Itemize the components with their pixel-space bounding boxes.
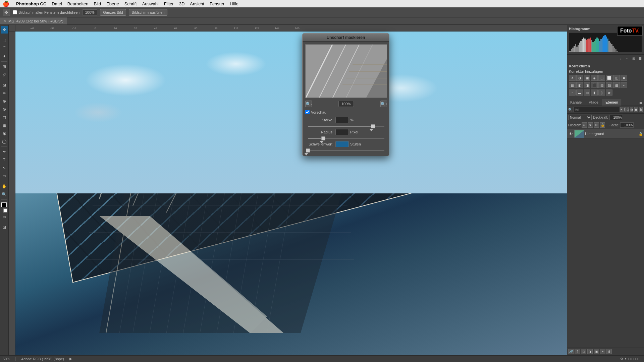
- tool-blur[interactable]: ◉: [1, 130, 8, 137]
- layers-group-btn[interactable]: ▣: [634, 107, 638, 112]
- radius-slider-track[interactable]: [308, 138, 384, 139]
- layer-fx-btn[interactable]: f: [575, 349, 580, 354]
- tool-eyedropper[interactable]: 🖊: [1, 71, 8, 78]
- fix-move-btn[interactable]: ✥: [588, 122, 593, 128]
- tool-extra[interactable]: ⊡: [1, 224, 8, 231]
- tool-history[interactable]: ⊙: [1, 106, 8, 113]
- tab-pfade[interactable]: Pfade: [585, 99, 602, 106]
- fix-lock-btn[interactable]: 🔒: [600, 122, 605, 128]
- close-tab-icon[interactable]: ✕: [3, 19, 6, 23]
- menu-bearbeiten[interactable]: Bearbeiten: [67, 1, 89, 6]
- tool-brush[interactable]: ✏: [1, 89, 8, 97]
- tool-marquee-lasso[interactable]: ⌒: [1, 45, 8, 52]
- bildlauf-checkbox[interactable]: [13, 10, 17, 14]
- apple-menu[interactable]: 🍎: [3, 1, 9, 7]
- korr-icon-6[interactable]: ◫: [613, 75, 620, 81]
- korr-icon-10[interactable]: ◨: [584, 82, 590, 88]
- background-color[interactable]: [3, 208, 7, 213]
- app-name[interactable]: Photoshop CC: [16, 1, 46, 6]
- zoom-out-button[interactable]: 🔍-: [305, 101, 312, 107]
- deckkraft-input[interactable]: [609, 115, 623, 120]
- korr-icon-9[interactable]: ◧: [576, 82, 583, 88]
- tool-pen[interactable]: ✒: [1, 148, 8, 156]
- menu-schrift[interactable]: Schrift: [124, 1, 137, 6]
- histogram-side-icon-1[interactable]: ↕: [618, 56, 624, 61]
- korr-icon-16[interactable]: ▫: [569, 89, 576, 96]
- korr-icon-7[interactable]: ■: [621, 75, 627, 81]
- tool-eraser[interactable]: ◻: [1, 114, 8, 121]
- tool-gradient[interactable]: ▦: [1, 122, 8, 129]
- tool-text[interactable]: T: [1, 156, 8, 164]
- korr-icon-12[interactable]: ▧: [598, 82, 605, 88]
- menu-3d[interactable]: 3D: [179, 1, 185, 6]
- tool-path-select[interactable]: ↖: [1, 164, 8, 172]
- fix-transform-btn[interactable]: ⇔: [582, 122, 587, 128]
- tab-kanaele[interactable]: Kanäle: [567, 99, 585, 106]
- status-arrow-icon[interactable]: ▶: [69, 357, 72, 361]
- tool-crop[interactable]: ⊞: [1, 63, 8, 70]
- layer-mask2-btn[interactable]: □: [581, 349, 586, 354]
- korr-icon-20[interactable]: ▯: [598, 89, 605, 96]
- tool-magic-wand[interactable]: ✦: [1, 53, 8, 60]
- layers-adj-btn[interactable]: ◑: [630, 107, 633, 112]
- tool-hand[interactable]: ✋: [1, 183, 8, 190]
- layer-visibility-toggle[interactable]: 👁: [568, 131, 573, 136]
- schwellenwert-slider-thumb[interactable]: [306, 148, 310, 153]
- korr-icon-17[interactable]: ▬: [576, 89, 583, 96]
- korr-icon-18[interactable]: ▭: [584, 89, 590, 96]
- menu-ansicht[interactable]: Ansicht: [190, 1, 204, 6]
- layers-add-btn[interactable]: +: [620, 107, 623, 112]
- layer-new-btn[interactable]: +: [600, 349, 605, 354]
- tool-patch[interactable]: ⊠: [1, 81, 8, 89]
- korr-icon-2[interactable]: ▣: [584, 75, 590, 81]
- move-tool[interactable]: ✥: [3, 9, 10, 16]
- menu-hilfe[interactable]: Hilfe: [230, 1, 238, 6]
- korr-icon-4[interactable]: ⬚: [598, 75, 605, 81]
- layer-adj2-btn[interactable]: ◑: [587, 349, 593, 354]
- document-tab[interactable]: ✕ IMG_4209.CR2 bei 50% (RGB/8*): [0, 17, 67, 24]
- histogram-side-icon-4[interactable]: ☰: [637, 56, 643, 61]
- schwellenwert-input[interactable]: 0: [335, 141, 349, 147]
- layers-mask-btn[interactable]: □: [627, 107, 629, 112]
- tool-clone[interactable]: ⊕: [1, 98, 8, 105]
- staerke-slider-track[interactable]: [308, 126, 384, 127]
- menu-bild[interactable]: Bild: [94, 1, 101, 6]
- histogram-side-icon-2[interactable]: ↔: [625, 56, 630, 61]
- staerke-input[interactable]: 163: [335, 117, 349, 123]
- layer-item-hintergrund[interactable]: 👁 Hintergrund 🔒: [567, 129, 644, 139]
- fix-artboard-btn[interactable]: ⊞: [594, 122, 599, 128]
- tool-move[interactable]: ✥: [1, 26, 8, 34]
- tool-marquee-rect[interactable]: ⬚: [1, 37, 8, 44]
- preview-checkbox[interactable]: [305, 110, 310, 114]
- menu-filter[interactable]: Filter: [164, 1, 174, 6]
- histogram-side-icon-3[interactable]: ⊞: [631, 56, 636, 61]
- korr-icon-11[interactable]: ⬛: [591, 82, 598, 88]
- tool-screen-mode[interactable]: ▭: [1, 213, 8, 221]
- layer-del2-btn[interactable]: 🗑: [606, 349, 612, 354]
- tool-zoom[interactable]: 🔍: [1, 191, 8, 198]
- korr-icon-0[interactable]: ☀: [569, 75, 576, 81]
- zoom-in-button[interactable]: 🔍+: [380, 101, 387, 107]
- menu-auswahl[interactable]: Auswahl: [142, 1, 159, 6]
- korr-icon-14[interactable]: ▩: [613, 82, 620, 88]
- zoom-input[interactable]: [82, 9, 97, 15]
- korr-icon-21[interactable]: ▰: [606, 89, 612, 96]
- staerke-slider-thumb[interactable]: [371, 124, 375, 128]
- radius-input[interactable]: 2,2: [335, 129, 349, 135]
- korr-icon-19[interactable]: ▮: [591, 89, 598, 96]
- korr-icon-8[interactable]: ▦: [569, 82, 576, 88]
- layers-search-input[interactable]: [573, 107, 619, 112]
- layers-mode-select[interactable]: Normal Multiplizieren: [568, 115, 592, 120]
- korr-icon-1[interactable]: ◑: [576, 75, 583, 81]
- bildschirm-ausfuellen-button[interactable]: Bildschirm ausfüllen: [129, 9, 168, 16]
- ganzes-bild-button[interactable]: Ganzes Bild: [100, 9, 126, 16]
- tab-ebenen[interactable]: Ebenen: [602, 99, 622, 106]
- layers-panel-menu[interactable]: ☰: [638, 99, 644, 106]
- layers-del-btn[interactable]: 🗑: [639, 107, 643, 112]
- layer-link-btn[interactable]: 🔗: [568, 349, 574, 354]
- tool-shape[interactable]: ▭: [1, 172, 8, 180]
- radius-slider-thumb[interactable]: [321, 136, 325, 140]
- menu-ebene[interactable]: Ebene: [106, 1, 119, 6]
- korr-icon-3[interactable]: ◈: [591, 75, 598, 81]
- foreground-background-colors[interactable]: [1, 202, 8, 213]
